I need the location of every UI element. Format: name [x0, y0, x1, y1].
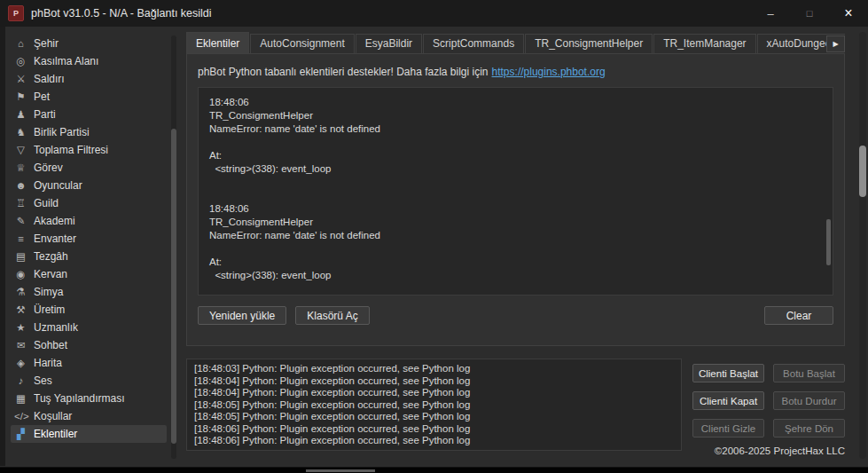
- sidebar-item-20[interactable]: ▦Tuş Yapılandırması: [11, 390, 167, 407]
- reload-plugins-button[interactable]: Yeniden yükle: [198, 306, 286, 325]
- tab-TR_ConsigmentHelper[interactable]: TR_ConsigmentHelper: [525, 34, 653, 53]
- sidebar-item-9[interactable]: ♖Guild: [11, 194, 167, 212]
- taskbar-fragment: [306, 469, 375, 472]
- keybind-icon: ▦: [14, 392, 27, 405]
- sidebar-item-19[interactable]: ♪Ses: [11, 372, 167, 390]
- caravan-icon: ◉: [14, 268, 27, 280]
- party-icon: ♟: [14, 108, 27, 121]
- chat-icon: ✉: [14, 339, 27, 351]
- sidebar-item-3[interactable]: ⚑Pet: [11, 88, 167, 106]
- sidebar-item-label: Eklentiler: [34, 428, 77, 440]
- academy-icon: ✎: [14, 215, 27, 227]
- attack-icon: ⚔: [14, 73, 27, 85]
- plugin-log-lines: 18:48:06TR_ConsigmentHelperNameError: na…: [209, 96, 822, 282]
- alchemy-icon: ⚗: [14, 286, 27, 298]
- sidebar-item-6[interactable]: ▽Toplama Filtresi: [11, 141, 167, 159]
- plugin-info-prefix: phBot Python tabanlı eklentileri destekl…: [198, 66, 489, 78]
- copyright-text: ©2006-2025 ProjectHax LLC: [692, 445, 845, 456]
- phbot-window: P phBot v31.0.5 - N/A - Bağlantı kesildi…: [0, 0, 868, 468]
- sidebar-item-10[interactable]: ✎Akademi: [11, 212, 167, 230]
- sidebar-item-label: Toplama Filtresi: [34, 144, 108, 156]
- minimize-button[interactable]: –: [751, 0, 790, 27]
- start-client-button[interactable]: Clienti Başlat: [692, 364, 764, 382]
- taskbar-sliver: [0, 468, 868, 473]
- sidebar-item-label: Pet: [34, 91, 50, 103]
- plugin-log-line: 18:48:06: [209, 202, 822, 216]
- sidebar-item-22[interactable]: ▞Eklentiler: [11, 425, 167, 443]
- bot-log-line: [18:48:04] Python: Plugin exception occu…: [194, 387, 674, 399]
- start-bot-button[interactable]: Botu Başlat: [773, 364, 845, 382]
- tab-bar: EklentilerAutoConsignmentEsyaBildirScrip…: [186, 32, 845, 53]
- sidebar-item-5[interactable]: ♞Birlik Partisi: [11, 123, 167, 141]
- tab-ScriptCommands[interactable]: ScriptCommands: [423, 34, 524, 53]
- sidebar-item-13[interactable]: ◉Kervan: [11, 265, 167, 283]
- tab-TR_ItemManager[interactable]: TR_ItemManager: [653, 34, 755, 53]
- city-icon: ⌂: [14, 38, 27, 49]
- window-scrollbar[interactable]: [859, 32, 866, 459]
- tab-scroll-right-button[interactable]: ▶: [826, 35, 845, 52]
- plugin-log-line: <string>(338): event_loop: [209, 269, 822, 282]
- maximize-button[interactable]: □: [790, 0, 829, 27]
- sidebar-item-17[interactable]: ✉Sohbet: [11, 336, 167, 354]
- bot-log-line: [18:48:06] Python: Plugin exception occu…: [194, 435, 674, 447]
- sidebar-item-14[interactable]: ⚗Simya: [11, 283, 167, 301]
- sidebar-item-18[interactable]: ◈Harita: [11, 354, 167, 372]
- bot-log-line: [18:48:04] Python: Plugin exception occu…: [194, 375, 674, 388]
- map-icon: ◈: [14, 357, 27, 369]
- plugin-info-text: phBot Python tabanlı eklentileri destekl…: [198, 66, 833, 78]
- clear-log-button[interactable]: Clear: [764, 306, 833, 325]
- hide-client-button[interactable]: Clienti Gizle: [692, 419, 764, 438]
- window-title: phBot v31.0.5 - N/A - Bağlantı kesildi: [31, 7, 212, 20]
- plugin-log-box[interactable]: 18:48:06TR_ConsigmentHelperNameError: na…: [198, 87, 833, 296]
- plugins-tab-panel: phBot Python tabanlı eklentileri destekl…: [186, 53, 845, 346]
- production-icon: ⚒: [14, 304, 27, 316]
- sidebar-item-2[interactable]: ⚔Saldırı: [11, 70, 167, 88]
- window-scrollbar-thumb[interactable]: [859, 146, 866, 197]
- sidebar-item-1[interactable]: ◎Kasılma Alanı: [11, 52, 167, 70]
- open-folder-button[interactable]: Klasörü Aç: [295, 306, 369, 325]
- stop-bot-button[interactable]: Botu Durdur: [773, 391, 845, 410]
- plugin-log-line: At:: [209, 149, 822, 162]
- sidebar-item-label: Sohbet: [34, 339, 67, 351]
- plugin-log-line: NameError: name 'date' is not defined: [209, 229, 822, 242]
- sidebar-scrollbar-thumb[interactable]: [171, 129, 176, 444]
- sidebar-item-label: Guild: [34, 197, 59, 209]
- sidebar-item-label: Kervan: [34, 268, 67, 280]
- bot-log-box[interactable]: [18:48:03] Python: Plugin exception occu…: [186, 359, 682, 451]
- sidebar-scrollbar[interactable]: [171, 35, 176, 459]
- plugin-log-line: [209, 189, 822, 202]
- quest-icon: ♕: [14, 162, 27, 174]
- bot-controls: Clienti BaşlatBotu BaşlatClienti KapatBo…: [692, 359, 845, 456]
- training-area-icon: ◎: [14, 55, 27, 67]
- close-client-button[interactable]: Clienti Kapat: [692, 391, 764, 410]
- sidebar-item-label: Simya: [34, 286, 63, 298]
- sound-icon: ♪: [14, 375, 27, 386]
- sidebar-item-label: Kasılma Alanı: [34, 55, 98, 67]
- sidebar-item-label: Uzmanlık: [34, 321, 78, 334]
- plugin-log-scrollbar-thumb[interactable]: [826, 219, 831, 265]
- tab-Eklentiler[interactable]: Eklentiler: [186, 32, 249, 53]
- pet-icon: ⚑: [14, 91, 27, 103]
- pick-filter-icon: ▽: [14, 144, 27, 156]
- sidebar-item-12[interactable]: ▤Tezgâh: [11, 248, 167, 265]
- sidebar-item-0[interactable]: ⌂Şehir: [11, 35, 167, 52]
- plugin-log-line: TR_ConsigmentHelper: [209, 109, 822, 122]
- plugin-log-line: [209, 242, 822, 256]
- sidebar-item-8[interactable]: ☻Oyuncular: [11, 177, 167, 194]
- tab-EsyaBildir[interactable]: EsyaBildir: [356, 34, 422, 53]
- sidebar-item-label: Görev: [34, 162, 63, 174]
- window-body: ⌂Şehir◎Kasılma Alanı⚔Saldırı⚑Pet♟Parti♞B…: [0, 27, 868, 466]
- tab-AutoConsignment[interactable]: AutoConsignment: [250, 34, 354, 53]
- sidebar-item-16[interactable]: ★Uzmanlık: [11, 319, 167, 336]
- phbot-logo-icon: P: [8, 5, 24, 21]
- sidebar-item-label: Saldırı: [34, 73, 65, 85]
- sidebar-item-7[interactable]: ♕Görev: [11, 159, 167, 177]
- return-town-button[interactable]: Şehre Dön: [773, 419, 845, 438]
- close-button[interactable]: ×: [829, 0, 868, 27]
- sidebar-item-21[interactable]: </>Koşullar: [11, 407, 167, 425]
- plugins-link[interactable]: https://plugins.phbot.org: [492, 66, 606, 78]
- sidebar-item-11[interactable]: ≡Envanter: [11, 230, 167, 248]
- sidebar-item-15[interactable]: ⚒Üretim: [11, 301, 167, 319]
- sidebar-item-4[interactable]: ♟Parti: [11, 106, 167, 123]
- bot-log-line: [18:48:06] Python: Plugin exception occu…: [194, 423, 674, 436]
